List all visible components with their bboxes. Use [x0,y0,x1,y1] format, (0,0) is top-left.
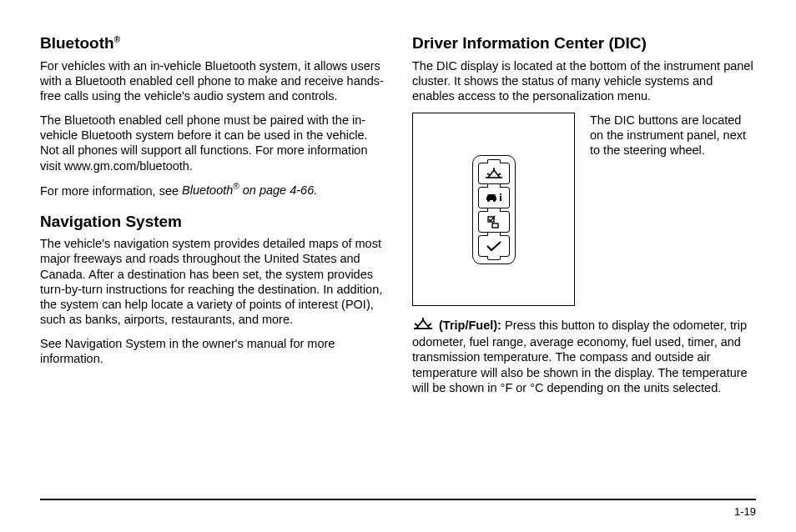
bluetooth-heading: Bluetooth® [40,33,384,53]
trip-fuel-button [478,163,510,184]
right-column: Driver Information Center (DIC) The DIC … [412,32,756,404]
svg-point-5 [492,199,495,202]
dic-figure-caption: The DIC buttons are located on the instr… [590,113,756,158]
dic-p1: The DIC display is located at the bottom… [412,58,756,103]
bluetooth-p1: For vehicles with an in-vehicle Bluetoot… [40,58,384,103]
set-reset-button [478,235,510,257]
customization-icon [485,215,503,228]
navigation-p2: See Navigation System in the owner's man… [40,336,384,366]
svg-line-2 [487,173,490,175]
dic-figure-row: The DIC buttons are located on the instr… [412,113,756,306]
svg-rect-7 [500,196,501,201]
navigation-p1: The vehicle's navigation system provides… [40,236,384,327]
vehicle-info-button [478,187,510,208]
vehicle-info-icon [483,191,505,204]
navigation-heading: Navigation System [40,212,384,232]
svg-point-6 [499,193,501,195]
customization-button [478,211,510,233]
svg-line-13 [428,324,431,326]
bluetooth-heading-text: Bluetooth [40,34,114,52]
checkmark-icon [485,240,503,252]
svg-point-4 [486,199,489,202]
tripfuel-label: (Trip/Fuel): [439,319,501,332]
footer-rule [40,499,756,500]
registered-mark: ® [114,35,120,44]
trip-fuel-icon [484,167,504,180]
left-column: Bluetooth® For vehicles with an in-vehic… [40,32,384,404]
bluetooth-ref-tail: on page 4-66. [239,183,318,197]
bluetooth-p3-lead: For more information, see [40,183,182,197]
dic-button-figure [412,113,575,306]
svg-line-12 [415,324,418,326]
bluetooth-p2: The Bluetooth enabled cell phone must be… [40,113,384,173]
bluetooth-ref-italic: Bluetooth® on page 4-66. [182,183,317,197]
trip-fuel-inline-icon [412,318,434,334]
two-column-layout: Bluetooth® For vehicles with an in-vehic… [40,32,756,404]
svg-rect-9 [492,223,498,228]
tripfuel-paragraph: (Trip/Fuel): Press this button to displa… [412,318,756,395]
page-number: 1-19 [734,505,756,519]
dic-button-panel [472,155,516,264]
bluetooth-p3: For more information, see Bluetooth® on … [40,183,384,198]
bluetooth-ref-text: Bluetooth [182,183,233,197]
bluetooth-ref-sup: ® [233,183,239,192]
dic-heading: Driver Information Center (DIC) [412,33,756,53]
svg-line-3 [498,173,501,175]
